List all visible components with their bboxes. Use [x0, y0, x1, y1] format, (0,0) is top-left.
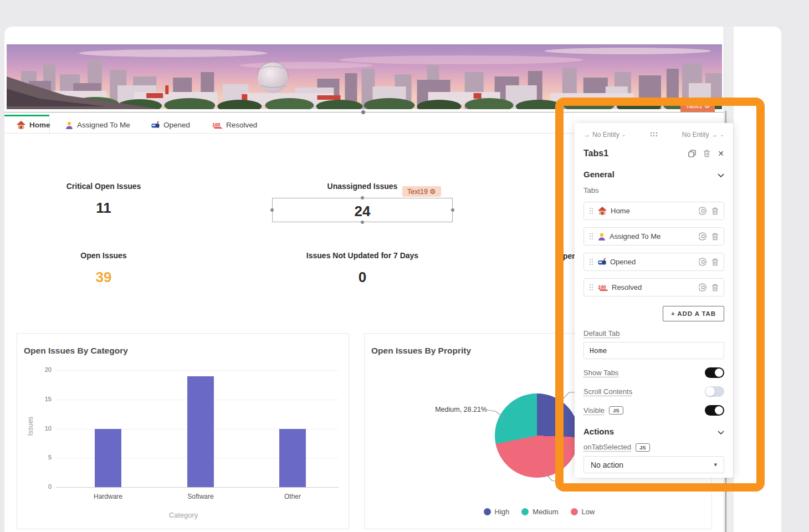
pie-slice-label: Medium, 28.21%: [418, 406, 487, 413]
tabs-widget-name-badge[interactable]: Tabs1 ⚙: [680, 101, 715, 112]
default-tab-input[interactable]: Home: [583, 342, 724, 359]
caret-down-icon: ▾: [714, 461, 717, 468]
resize-handle-bottom[interactable]: [361, 221, 364, 224]
chevron-down-icon: [718, 427, 724, 436]
bar-software: [187, 376, 214, 487]
tab-settings-gear-icon[interactable]: [699, 258, 707, 266]
add-tab-button[interactable]: + ADD A TAB: [663, 306, 724, 321]
y-tick-label: 5: [32, 454, 52, 461]
js-toggle-badge[interactable]: JS: [609, 406, 623, 415]
setting-row-show-tabs: Show Tabs: [583, 367, 724, 378]
stat-label: Critical Open Issues: [34, 182, 173, 191]
tab-assigned-to-me[interactable]: Assigned To Me: [65, 117, 130, 133]
hundred-icon: 100: [598, 284, 608, 291]
home-icon: [598, 207, 607, 215]
connections-grid-icon: [650, 131, 658, 139]
resize-handle-top[interactable]: [361, 196, 364, 200]
tabs-widget-resize-handle[interactable]: [361, 110, 365, 114]
home-icon: [17, 121, 25, 129]
close-pane-icon[interactable]: ✕: [718, 149, 724, 158]
y-tick-label: 10: [32, 425, 52, 432]
property-pane: → No Entity ⌄ No Entity → ⌄ Tabs1 ✕ Gene…: [575, 123, 733, 478]
bar-chart-card: Open Issues By Category Issues Category …: [17, 333, 349, 529]
legend-dot: [571, 508, 578, 515]
x-category-label: Other: [262, 493, 323, 500]
tab-settings-gear-icon[interactable]: [699, 207, 707, 215]
copy-widget-icon[interactable]: [688, 150, 696, 157]
show-tabs-toggle[interactable]: [705, 367, 724, 378]
tab-delete-icon[interactable]: [711, 284, 719, 291]
entity-connections-row: → No Entity ⌄ No Entity → ⌄: [583, 129, 724, 141]
stat-value: 11: [34, 200, 173, 217]
legend-item-high: High: [484, 508, 510, 516]
svg-text:100: 100: [598, 284, 606, 290]
visible-toggle[interactable]: [705, 405, 724, 416]
scroll-contents-toggle[interactable]: [705, 386, 724, 397]
x-category-label: Software: [170, 493, 231, 500]
action-select[interactable]: No action ▾: [583, 456, 724, 473]
person-icon: [65, 121, 73, 129]
arrow-right-icon: →: [583, 131, 590, 139]
bar-chart-title: Open Issues By Category: [24, 346, 128, 356]
stat-label: Open Issues: [34, 251, 173, 260]
delete-widget-icon[interactable]: [703, 150, 710, 157]
drag-handle-icon[interactable]: [589, 258, 593, 265]
legend-dot: [521, 508, 529, 515]
tabs-list-label: Tabs: [583, 186, 724, 195]
chevron-down-icon: [718, 170, 724, 179]
gridline: [56, 487, 339, 488]
bar-other: [279, 429, 306, 488]
cityscape-graphic: [7, 44, 722, 109]
drag-handle-icon[interactable]: [589, 207, 593, 214]
arrow-right-icon: →: [711, 131, 718, 139]
js-toggle-badge[interactable]: JS: [636, 443, 650, 452]
y-tick-label: 15: [32, 396, 52, 402]
tab-delete-icon[interactable]: [711, 233, 719, 241]
panel-tab-row-home[interactable]: Home: [583, 202, 724, 220]
mailbox-icon: [151, 121, 160, 129]
legend-item-low: Low: [571, 508, 595, 516]
bar-chart-xlabel: Category: [17, 511, 350, 519]
active-tab-indicator: [4, 115, 49, 116]
tab-settings-gear-icon[interactable]: [699, 283, 707, 291]
x-category-label: Hardware: [78, 493, 139, 500]
pie-legend: HighMediumLow: [448, 508, 631, 516]
legend-item-medium: Medium: [521, 508, 558, 516]
stat-value: 24: [272, 203, 453, 220]
panel-tab-row-assigned-to-me[interactable]: Assigned To Me: [583, 227, 724, 245]
tab-opened[interactable]: Opened: [151, 117, 190, 133]
gridline: [56, 370, 339, 371]
resize-handle-left[interactable]: [270, 208, 274, 212]
setting-row-visible: VisibleJS: [583, 405, 724, 416]
panel-tab-row-opened[interactable]: Opened: [583, 253, 724, 271]
mailbox-icon: [598, 258, 606, 266]
widget-title: Tabs1: [583, 149, 608, 158]
tab-settings-gear-icon[interactable]: [699, 232, 707, 241]
stat-label: Issues Not Updated for 7 Days: [293, 251, 432, 260]
legend-dot: [484, 508, 491, 515]
hundred-icon: 100: [212, 121, 222, 129]
tab-resolved[interactable]: 100Resolved: [212, 117, 257, 133]
general-section-header[interactable]: General: [583, 170, 724, 179]
actions-section-header[interactable]: Actions: [583, 427, 724, 436]
on-tab-selected-label: onTabSelected: [583, 443, 631, 451]
svg-text:100: 100: [212, 122, 220, 127]
tab-delete-icon[interactable]: [711, 207, 719, 215]
drag-handle-icon[interactable]: [589, 284, 593, 291]
text-widget-name-badge[interactable]: Text19 ⚙: [402, 186, 441, 197]
chevron-down-icon: ⌄: [720, 132, 724, 137]
y-tick-label: 20: [32, 366, 52, 373]
drag-handle-icon[interactable]: [589, 233, 593, 240]
outgoing-entity-selector[interactable]: No Entity → ⌄: [682, 131, 724, 139]
chevron-down-icon: ⌄: [622, 132, 626, 137]
tab-delete-icon[interactable]: [711, 258, 719, 266]
default-tab-label: Default Tab: [583, 329, 620, 337]
y-tick-label: 0: [32, 483, 52, 490]
incoming-entity-selector[interactable]: → No Entity ⌄: [583, 131, 626, 139]
tab-home[interactable]: Home: [17, 117, 50, 133]
resize-handle-right[interactable]: [451, 208, 454, 212]
banner-image: [7, 44, 722, 109]
panel-tab-row-resolved[interactable]: 100Resolved: [583, 278, 724, 296]
pie-label-fragment-low: L: [560, 479, 564, 487]
bar-hardware: [95, 429, 121, 488]
